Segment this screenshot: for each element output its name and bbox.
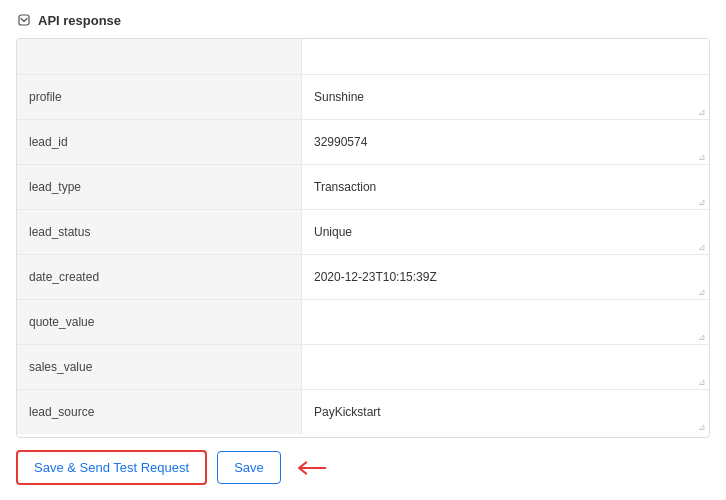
field-value-lead-type[interactable]: Transaction [302, 165, 709, 209]
field-value-profile[interactable]: Sunshine [302, 75, 709, 119]
field-value-quote-value[interactable] [302, 300, 709, 344]
table-row: lead_id 32990574 ⊿ [17, 120, 709, 165]
main-container: API response profile Sunshine ⊿ lead_id … [0, 0, 726, 500]
field-key-lead-id: lead_id [17, 120, 302, 164]
table-row: lead_type Transaction ⊿ [17, 165, 709, 210]
section-title: API response [38, 13, 121, 28]
chevron-icon[interactable] [16, 12, 32, 28]
api-response-table: profile Sunshine ⊿ lead_id 32990574 ⊿ le… [16, 38, 710, 438]
table-row: sales_value ⊿ [17, 345, 709, 390]
partial-key [17, 39, 302, 74]
field-key-lead-status: lead_status [17, 210, 302, 254]
field-key-lead-type: lead_type [17, 165, 302, 209]
field-value-date-created[interactable]: 2020-12-23T10:15:39Z [302, 255, 709, 299]
table-row: date_created 2020-12-23T10:15:39Z ⊿ [17, 255, 709, 300]
partial-row [17, 39, 709, 75]
field-key-profile: profile [17, 75, 302, 119]
resize-handle: ⊿ [697, 152, 707, 162]
resize-handle: ⊿ [697, 422, 707, 432]
resize-handle: ⊿ [697, 197, 707, 207]
field-value-wrap-lead-type: Transaction ⊿ [302, 165, 709, 209]
field-value-wrap-profile: Sunshine ⊿ [302, 75, 709, 119]
table-row: quote_value ⊿ [17, 300, 709, 345]
footer: Save & Send Test Request Save [16, 438, 710, 485]
field-value-sales-value[interactable] [302, 345, 709, 389]
field-value-wrap-sales-value: ⊿ [302, 345, 709, 389]
table-row: lead_status Unique ⊿ [17, 210, 709, 255]
field-value-lead-status[interactable]: Unique [302, 210, 709, 254]
scroll-area[interactable]: profile Sunshine ⊿ lead_id 32990574 ⊿ le… [17, 39, 709, 437]
table-row: profile Sunshine ⊿ [17, 75, 709, 120]
field-value-wrap-date-created: 2020-12-23T10:15:39Z ⊿ [302, 255, 709, 299]
field-key-quote-value: quote_value [17, 300, 302, 344]
resize-handle: ⊿ [697, 332, 707, 342]
field-value-lead-id[interactable]: 32990574 [302, 120, 709, 164]
section-header: API response [16, 12, 710, 28]
save-button[interactable]: Save [217, 451, 281, 484]
field-key-date-created: date_created [17, 255, 302, 299]
arrow-icon [295, 458, 327, 478]
partial-value [302, 39, 709, 74]
table-row: lead_source PayKickstart ⊿ [17, 390, 709, 434]
field-value-wrap-lead-id: 32990574 ⊿ [302, 120, 709, 164]
field-value-wrap-quote-value: ⊿ [302, 300, 709, 344]
resize-handle: ⊿ [697, 377, 707, 387]
field-value-lead-source[interactable]: PayKickstart [302, 390, 709, 434]
field-value-wrap-lead-source: PayKickstart ⊿ [302, 390, 709, 434]
resize-handle: ⊿ [697, 287, 707, 297]
field-key-sales-value: sales_value [17, 345, 302, 389]
svg-rect-0 [19, 15, 29, 25]
field-key-lead-source: lead_source [17, 390, 302, 434]
field-value-wrap-lead-status: Unique ⊿ [302, 210, 709, 254]
save-send-test-request-button[interactable]: Save & Send Test Request [16, 450, 207, 485]
resize-handle: ⊿ [697, 107, 707, 117]
resize-handle: ⊿ [697, 242, 707, 252]
